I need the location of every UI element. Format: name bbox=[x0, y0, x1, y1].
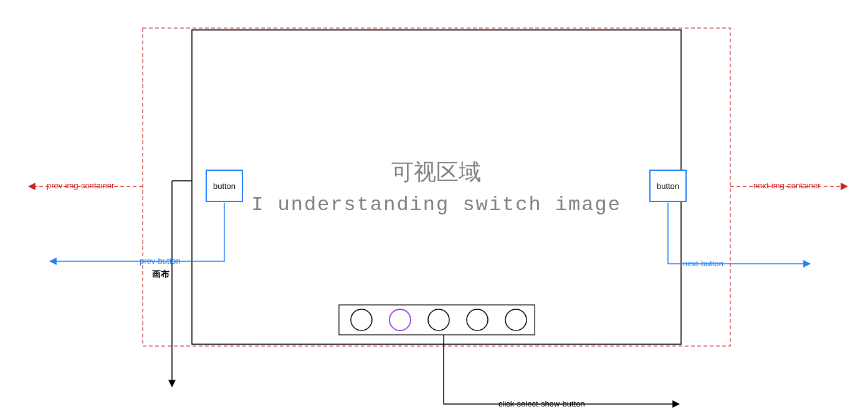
prev-button-connector bbox=[50, 203, 224, 261]
next-button-connector bbox=[668, 203, 810, 264]
next-button-label: button bbox=[657, 181, 679, 191]
visible-area-subtitle: I understanding switch image bbox=[237, 193, 636, 216]
prev-button-label: button bbox=[213, 181, 236, 191]
visible-area-title: 可视区域 bbox=[312, 157, 561, 188]
prev-img-container-label: prev-img-container bbox=[47, 181, 114, 190]
click-select-label: click-select-show-button bbox=[498, 399, 585, 408]
indicator-dot-2[interactable] bbox=[428, 309, 449, 330]
indicator-dot-0[interactable] bbox=[351, 309, 372, 330]
canvas-label: 画布 bbox=[152, 269, 169, 280]
prev-button[interactable]: button bbox=[206, 170, 243, 202]
next-button-label-annotation: next-button bbox=[683, 259, 723, 268]
prev-button-label-annotation: prev-button bbox=[140, 256, 181, 266]
indicator-dot-1-active[interactable] bbox=[389, 309, 411, 330]
next-button[interactable]: button bbox=[649, 170, 687, 202]
indicator-dot-4[interactable] bbox=[505, 309, 527, 330]
indicator-connector bbox=[444, 335, 679, 404]
indicator-dot-3[interactable] bbox=[467, 309, 488, 330]
next-img-container-label: next-img-container bbox=[753, 181, 821, 190]
